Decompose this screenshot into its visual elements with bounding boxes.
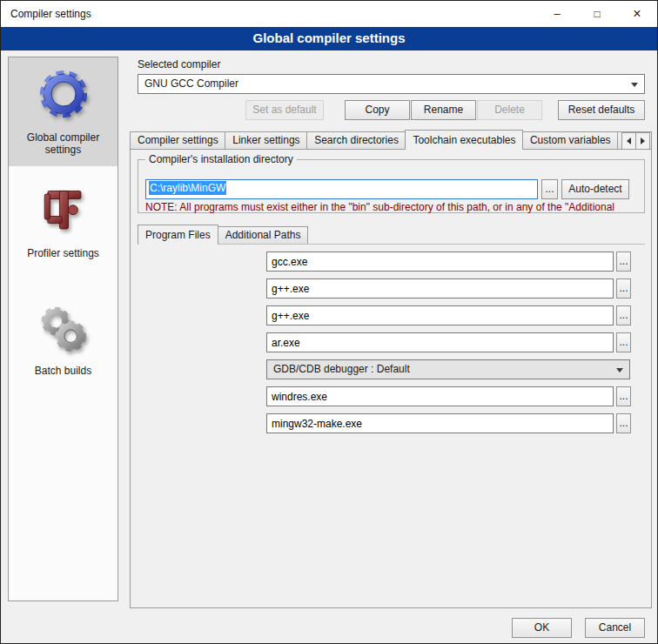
sidebar-item-label: Profiler settings (11, 247, 115, 259)
sidebar-item-label: Batch builds (11, 365, 115, 377)
settings-tab-strip: Compiler settings Linker settings Search… (130, 130, 652, 150)
linker-dynamic-input[interactable] (266, 305, 614, 325)
tab-compiler-settings[interactable]: Compiler settings (130, 131, 225, 149)
installation-directory-selected-text: C:\raylib\MinGW (149, 181, 226, 195)
compiler-select[interactable]: GNU GCC Compiler (138, 74, 645, 94)
subtab-program-files[interactable]: Program Files (138, 225, 218, 245)
window-title: Compiler settings (1, 8, 91, 20)
subtab-additional-paths[interactable]: Additional Paths (218, 226, 309, 244)
copy-button[interactable]: Copy (345, 100, 410, 120)
maximize-icon: □ (594, 8, 600, 20)
debugger-select[interactable]: GDB/CDB debugger : Default (266, 359, 630, 379)
sidebar: Global compiler settings Profiler settin… (8, 57, 118, 601)
close-button[interactable]: × (617, 1, 657, 27)
compiler-settings-window: Compiler settings – □ × Global compiler … (0, 0, 658, 644)
program-files-tab-strip: Program Files Additional Paths (138, 225, 308, 245)
linker-dynamic-browse-button[interactable]: ... (616, 305, 631, 325)
profiler-tool-icon (38, 186, 89, 237)
linker-static-browse-button[interactable]: ... (616, 332, 631, 352)
reset-defaults-button[interactable]: Reset defaults (558, 100, 645, 120)
tab-scroll-buttons (621, 132, 650, 150)
tab-custom-variables[interactable]: Custom variables (522, 131, 618, 149)
tab-search-directories[interactable]: Search directories (306, 131, 406, 149)
make-program-browse-button[interactable]: ... (616, 413, 631, 433)
batch-builds-gears-icon (38, 304, 89, 354)
caption-buttons: – □ × (537, 1, 657, 27)
installation-directory-input[interactable]: C:\raylib\MinGW (145, 179, 538, 199)
close-icon: × (633, 6, 641, 21)
installation-directory-group-title: Compiler's installation directory (145, 153, 297, 166)
rename-button[interactable]: Rename (411, 100, 476, 120)
c-compiler-input[interactable] (266, 252, 614, 272)
sidebar-item-global-compiler-settings[interactable]: Global compiler settings (9, 57, 118, 166)
minimize-button[interactable]: – (537, 1, 577, 27)
sidebar-item-batch-builds[interactable]: Batch builds (9, 294, 118, 387)
tabs-scroll-right-button[interactable] (635, 132, 650, 150)
make-program-input[interactable] (266, 413, 614, 433)
maximize-button[interactable]: □ (577, 1, 617, 27)
delete-button[interactable]: Delete (477, 100, 542, 120)
ok-button[interactable]: OK (512, 618, 572, 638)
gear-icon (37, 67, 91, 121)
debugger-select-value: GDB/CDB debugger : Default (273, 363, 410, 375)
programs-note-text: NOTE: All programs must exist either in … (145, 201, 647, 213)
sidebar-item-label: Global compiler settings (11, 131, 115, 156)
dialog-banner: Global compiler settings (1, 27, 657, 50)
resource-compiler-input[interactable] (266, 386, 614, 406)
titlebar: Compiler settings – □ × (1, 1, 657, 27)
cpp-compiler-browse-button[interactable]: ... (616, 278, 631, 299)
browse-directory-button[interactable]: ... (541, 179, 558, 199)
tabs-scroll-left-button[interactable] (621, 132, 636, 150)
set-as-default-button[interactable]: Set as default (245, 100, 324, 120)
cpp-compiler-input[interactable] (266, 278, 614, 299)
chevron-down-icon (616, 368, 623, 372)
minimize-icon: – (554, 7, 560, 20)
c-compiler-browse-button[interactable]: ... (616, 252, 631, 272)
tab-toolchain-executables[interactable]: Toolchain executables (405, 130, 522, 150)
auto-detect-button[interactable]: Auto-detect (561, 179, 629, 199)
resource-compiler-browse-button[interactable]: ... (616, 386, 631, 406)
compiler-select-value: GNU GCC Compiler (144, 77, 238, 90)
chevron-right-icon (641, 138, 645, 144)
tab-linker-settings[interactable]: Linker settings (225, 131, 307, 149)
linker-static-input[interactable] (266, 332, 614, 352)
selected-compiler-label: Selected compiler (138, 58, 220, 70)
chevron-down-icon (631, 83, 638, 87)
cancel-button[interactable]: Cancel (585, 618, 645, 638)
sidebar-item-profiler-settings[interactable]: Profiler settings (9, 177, 118, 270)
chevron-left-icon (627, 138, 631, 144)
